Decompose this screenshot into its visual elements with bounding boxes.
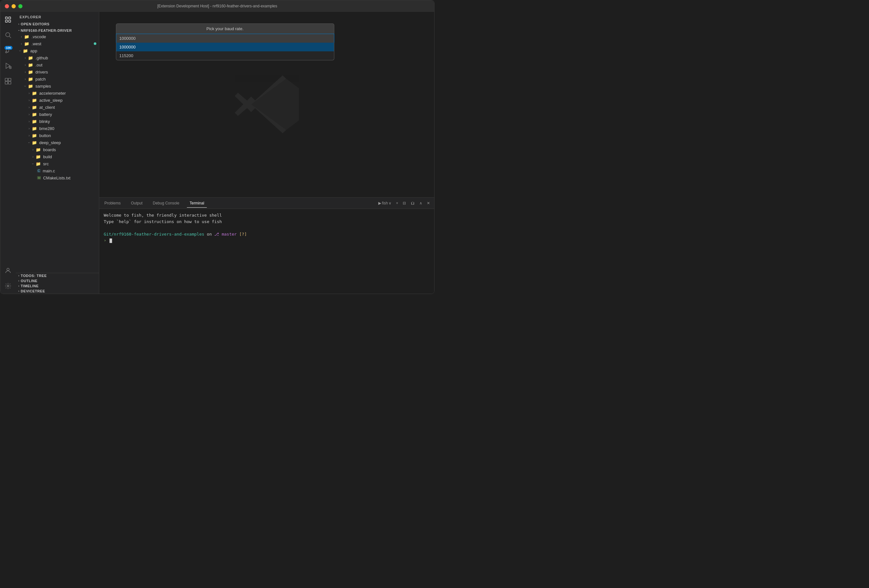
tree-item-build[interactable]: › 📁 build: [16, 153, 99, 160]
terminal-cursor-block: [110, 238, 112, 243]
folder-chevron: ›: [24, 85, 27, 86]
todos-header[interactable]: › Todos: Tree: [16, 273, 99, 278]
activity-explorer[interactable]: [3, 15, 13, 25]
tree-item-patch[interactable]: › 📁 patch: [16, 76, 99, 83]
terminal-icon: ▶: [378, 201, 381, 206]
tree-item-bme280[interactable]: › 📁 bme280: [16, 125, 99, 132]
terminal-text: Welcome to fish, the friendly interactiv…: [104, 213, 222, 218]
terminal-tabs: Problems Output Debug Console Terminal ▶…: [99, 198, 434, 209]
svg-rect-0: [6, 17, 7, 19]
svg-line-5: [9, 36, 11, 38]
terminal-shell-name: fish: [382, 201, 388, 206]
tree-item-button[interactable]: › 📁 button: [16, 132, 99, 139]
tree-item-at-client[interactable]: › 📁 at_client: [16, 104, 99, 111]
tree-item-battery[interactable]: › 📁 battery: [16, 111, 99, 118]
tree-item-drivers[interactable]: › 📁 drivers: [16, 68, 99, 76]
terminal-content[interactable]: Welcome to fish, the friendly interactiv…: [99, 209, 434, 294]
activity-source-control[interactable]: 10K: [3, 45, 13, 56]
activity-settings[interactable]: [3, 281, 13, 291]
quickpick-item-1000000[interactable]: 1000000: [116, 43, 334, 51]
activity-account[interactable]: [3, 265, 13, 276]
quickpick-input-wrapper: [116, 34, 334, 43]
folder-chevron: ›: [27, 142, 31, 143]
todos-label: Todos: Tree: [21, 274, 47, 278]
devicetree-header[interactable]: › Devicetree: [16, 289, 99, 294]
todos-chevron: ›: [18, 274, 19, 277]
close-button[interactable]: [5, 4, 9, 8]
terminal-shell-indicator[interactable]: ▶ fish ∨: [377, 200, 393, 206]
quickpick-title: Pick your baud rate.: [116, 24, 334, 34]
folder-icon: 📁: [32, 91, 37, 96]
svg-point-4: [6, 33, 10, 37]
folder-icon: 📁: [32, 126, 37, 131]
activity-run[interactable]: [3, 61, 13, 71]
outline-header[interactable]: › Outline: [16, 278, 99, 283]
activity-extensions[interactable]: [3, 76, 13, 86]
tree-item-blinky[interactable]: › 📁 blinky: [16, 118, 99, 125]
terminal-actions: ▶ fish ∨ + ⊟ ∧ ✕: [377, 200, 432, 206]
svg-rect-3: [9, 20, 10, 22]
terminal-split-button[interactable]: ⊟: [401, 200, 408, 206]
timeline-chevron: ›: [18, 284, 19, 287]
activity-bar: 10K: [0, 12, 16, 294]
folder-icon: 📁: [32, 140, 37, 145]
tab-problems[interactable]: Problems: [102, 199, 123, 208]
quickpick-input[interactable]: [119, 36, 331, 41]
tree-item-label: src: [43, 161, 49, 166]
tree-item-cmakelists[interactable]: M CMakeLists.txt: [16, 174, 99, 181]
folder-icon: 📁: [28, 62, 33, 67]
tree-item-label: build: [43, 154, 52, 159]
tree-item-label: accelerometer: [39, 91, 65, 96]
git-branch-icon: ⎇: [214, 232, 219, 237]
tree-item-deep-sleep[interactable]: › 📁 deep_sleep: [16, 139, 99, 146]
svg-rect-14: [8, 78, 11, 81]
timeline-header[interactable]: › Timeline: [16, 283, 99, 289]
devicetree-label: Devicetree: [21, 289, 45, 293]
tab-output[interactable]: Output: [129, 199, 145, 208]
tab-debug-console[interactable]: Debug Console: [150, 199, 182, 208]
terminal-add-button[interactable]: +: [394, 200, 400, 206]
tree-item-label: battery: [39, 112, 52, 117]
folder-chevron: ›: [28, 127, 30, 130]
maximize-button[interactable]: [18, 4, 22, 8]
svg-point-17: [7, 268, 9, 271]
tree-item-active-sleep[interactable]: › 📁 active_sleep: [16, 96, 99, 104]
terminal-on: on: [207, 232, 214, 237]
sidebar-header: Explorer: [16, 12, 99, 21]
tab-terminal[interactable]: Terminal: [187, 199, 206, 208]
folder-icon: 📁: [28, 84, 33, 89]
tree-item-label: boards: [43, 147, 56, 152]
folder-chevron: ›: [31, 163, 35, 164]
titlebar: [Extension Development Host] - nrf9160-f…: [0, 0, 434, 12]
folder-chevron: ›: [28, 134, 30, 137]
tree-item-label: at_client: [39, 105, 55, 110]
terminal-close-button[interactable]: ✕: [425, 200, 432, 206]
folder-chevron: ›: [28, 105, 30, 109]
tree-item-label: deep_sleep: [39, 140, 61, 145]
terminal-line-2: Type `help` for instructions on how to u…: [104, 219, 430, 225]
terminal-collapse-button[interactable]: ∧: [418, 200, 424, 206]
terminal-cursor-line: ›: [104, 237, 430, 244]
chevron-down-icon: ∨: [389, 201, 391, 206]
tree-item-out[interactable]: › 📁 .out: [16, 61, 99, 68]
terminal-delete-button[interactable]: [409, 200, 417, 206]
minimize-button[interactable]: [12, 4, 16, 8]
quickpick-item-115200[interactable]: 115200: [116, 51, 334, 60]
activity-search[interactable]: [3, 30, 13, 40]
tree-item-src[interactable]: › 📁 src: [16, 160, 99, 167]
svg-rect-13: [5, 78, 8, 81]
svg-marker-9: [6, 63, 10, 69]
terminal-text: Type `help` for instructions on how to u…: [104, 219, 222, 224]
terminal-line-1: Welcome to fish, the friendly interactiv…: [104, 212, 430, 219]
tree-item-boards[interactable]: › 📁 boards: [16, 146, 99, 153]
svg-rect-2: [6, 20, 7, 22]
folder-chevron: ›: [25, 70, 26, 74]
folder-icon: 📁: [32, 98, 37, 103]
tree-item-samples[interactable]: › 📁 samples: [16, 83, 99, 90]
tree-item-main-c[interactable]: C main.c: [16, 167, 99, 174]
window-controls[interactable]: [5, 4, 22, 8]
terminal-path: Git/nrf9160-feather-drivers-and-examples: [104, 232, 204, 237]
tree-item-label: patch: [35, 77, 46, 81]
folder-icon: 📁: [28, 70, 33, 74]
tree-item-accelerometer[interactable]: › 📁 accelerometer: [16, 90, 99, 96]
